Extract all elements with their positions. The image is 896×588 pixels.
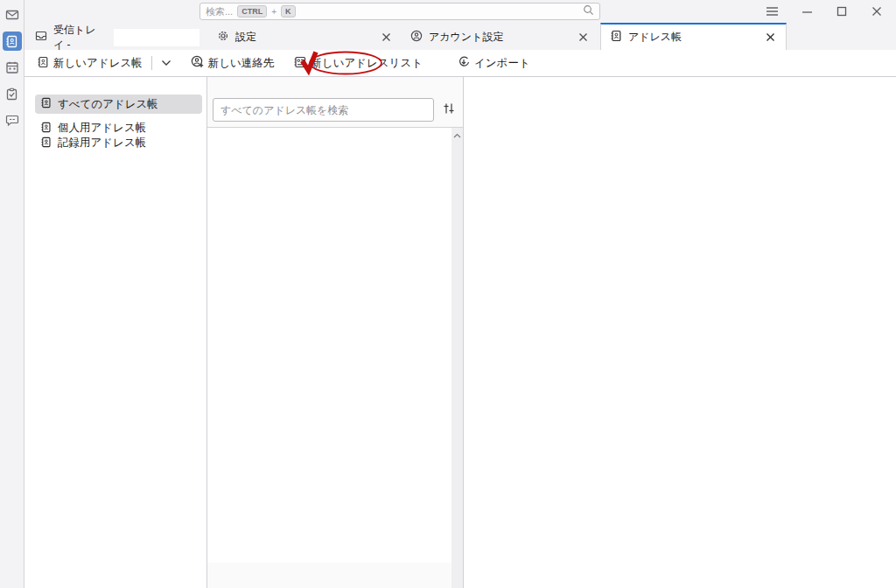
contacts-list-footer bbox=[207, 563, 452, 588]
contact-add-icon bbox=[191, 55, 204, 71]
calendar-space-button[interactable] bbox=[3, 58, 22, 77]
chat-space-button[interactable] bbox=[3, 110, 22, 130]
spaces-toolbar bbox=[0, 0, 24, 588]
contacts-search-row bbox=[207, 77, 463, 128]
content-area: すべてのアドレス帳 個人用アドレス帳 記録用アドレス帳 bbox=[24, 77, 896, 588]
tab-inbox-label: 受信トレイ - bbox=[53, 23, 106, 52]
ctrl-key-badge: CTRL bbox=[237, 5, 267, 18]
tab-settings-label: 設定 bbox=[235, 30, 256, 45]
address-book-icon bbox=[40, 97, 52, 111]
new-contact-button[interactable]: 新しい連絡先 bbox=[187, 52, 278, 74]
title-bar: 検索... CTRL + K bbox=[24, 0, 896, 23]
new-address-book-label: 新しいアドレス帳 bbox=[53, 56, 143, 71]
contacts-search-input[interactable] bbox=[213, 98, 434, 122]
book-item-collected[interactable]: 記録用アドレス帳 bbox=[35, 136, 202, 150]
sort-options-icon bbox=[443, 102, 455, 118]
tasks-icon bbox=[5, 88, 18, 101]
book-item-personal[interactable]: 個人用アドレス帳 bbox=[35, 121, 202, 136]
minimize-button[interactable] bbox=[798, 3, 816, 20]
global-search-box[interactable]: 検索... CTRL + K bbox=[200, 3, 600, 20]
tab-address-book[interactable]: アドレス帳 bbox=[600, 23, 787, 50]
book-item-all-label: すべてのアドレス帳 bbox=[58, 97, 158, 112]
address-books-pane: すべてのアドレス帳 個人用アドレス帳 記録用アドレス帳 bbox=[24, 77, 207, 588]
addressbook-space-button[interactable] bbox=[3, 32, 22, 51]
search-icon bbox=[583, 4, 594, 19]
contacts-list-pane bbox=[207, 77, 464, 588]
address-book-icon bbox=[40, 136, 52, 150]
global-search-placeholder: 検索... bbox=[206, 5, 233, 18]
tab-inbox[interactable]: 受信トレイ - bbox=[26, 23, 208, 50]
window-controls bbox=[763, 0, 896, 23]
redacted-area bbox=[114, 29, 200, 46]
new-address-book-split-button: 新しいアドレス帳 bbox=[33, 53, 175, 74]
new-address-book-button[interactable]: 新しいアドレス帳 bbox=[33, 53, 146, 74]
close-tab-settings-icon[interactable] bbox=[379, 31, 393, 45]
import-label: インポート bbox=[474, 56, 530, 71]
address-book-add-icon bbox=[37, 56, 49, 71]
book-item-personal-label: 個人用アドレス帳 bbox=[58, 121, 146, 136]
mail-space-button[interactable] bbox=[3, 5, 22, 24]
scroll-up-icon[interactable] bbox=[452, 130, 463, 142]
chevron-down-icon bbox=[161, 57, 172, 69]
new-address-book-dropdown[interactable] bbox=[158, 54, 175, 72]
address-book-icon bbox=[610, 30, 622, 45]
main-column: 検索... CTRL + K 受信トレイ - 設定 bbox=[24, 0, 896, 588]
tab-address-book-label: アドレス帳 bbox=[628, 30, 682, 45]
address-book-icon bbox=[40, 122, 52, 136]
import-button[interactable]: インポート bbox=[454, 53, 534, 74]
gear-icon bbox=[217, 30, 229, 45]
new-contact-label: 新しい連絡先 bbox=[208, 56, 275, 71]
app-menu-button[interactable] bbox=[763, 3, 780, 20]
new-address-list-label: 新しいアドレスリスト bbox=[311, 56, 423, 71]
calendar-icon bbox=[5, 60, 19, 74]
book-item-collected-label: 記録用アドレス帳 bbox=[58, 136, 146, 150]
inbox-icon bbox=[35, 30, 47, 45]
button-divider bbox=[151, 56, 152, 70]
address-book-toolbar: 新しいアドレス帳 新しい連絡先 新しいアドレスリスト インポート bbox=[24, 50, 896, 77]
import-icon bbox=[458, 56, 470, 71]
contacts-scrollbar[interactable] bbox=[452, 128, 463, 588]
maximize-button[interactable] bbox=[833, 3, 850, 20]
thunderbird-window: 検索... CTRL + K 受信トレイ - 設定 bbox=[0, 0, 896, 588]
tab-settings[interactable]: 設定 bbox=[208, 23, 402, 50]
contact-detail-pane bbox=[464, 77, 896, 588]
tasks-space-button[interactable] bbox=[3, 84, 22, 103]
k-key-badge: K bbox=[281, 5, 296, 18]
address-list-icon bbox=[293, 56, 306, 71]
contacts-list-body bbox=[207, 128, 463, 588]
list-display-options-button[interactable] bbox=[440, 102, 458, 119]
plus-sign: + bbox=[271, 7, 276, 17]
close-tab-account-settings-icon[interactable] bbox=[576, 31, 590, 45]
tab-account-settings-label: アカウント設定 bbox=[429, 30, 503, 45]
new-address-list-button[interactable]: 新しいアドレスリスト bbox=[290, 53, 426, 74]
close-tab-address-book-icon[interactable] bbox=[763, 31, 777, 45]
tab-bar: 受信トレイ - 設定 アカウント設定 アドレス帳 bbox=[24, 23, 896, 50]
account-icon bbox=[410, 30, 423, 45]
close-window-button[interactable] bbox=[868, 3, 886, 20]
chat-icon bbox=[5, 113, 19, 127]
book-item-all[interactable]: すべてのアドレス帳 bbox=[35, 94, 202, 114]
mail-icon bbox=[5, 8, 19, 22]
address-book-icon bbox=[5, 35, 18, 48]
tab-account-settings[interactable]: アカウント設定 bbox=[402, 23, 598, 50]
